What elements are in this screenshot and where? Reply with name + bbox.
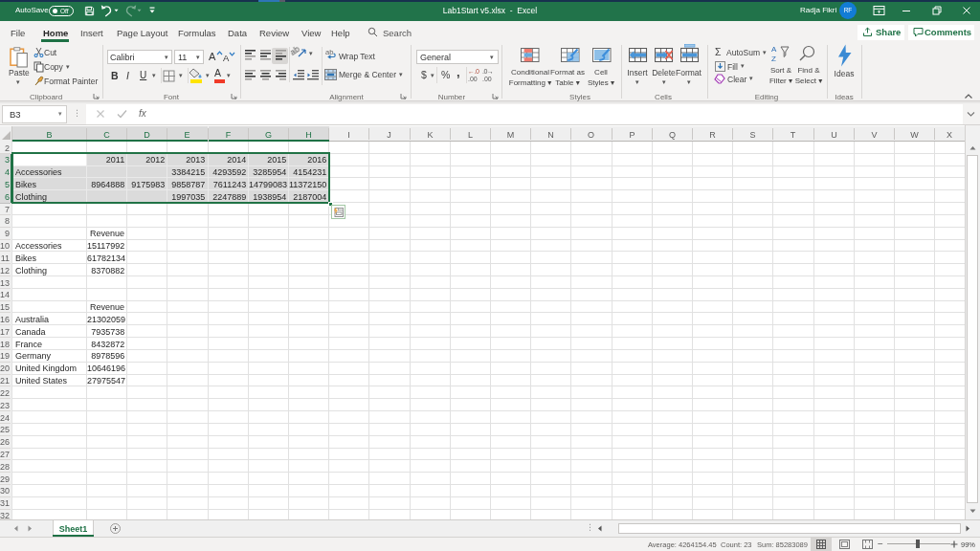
svg-text:A: A (771, 45, 777, 54)
svg-text:ab: ab (325, 48, 333, 56)
svg-text:Z: Z (771, 55, 776, 62)
